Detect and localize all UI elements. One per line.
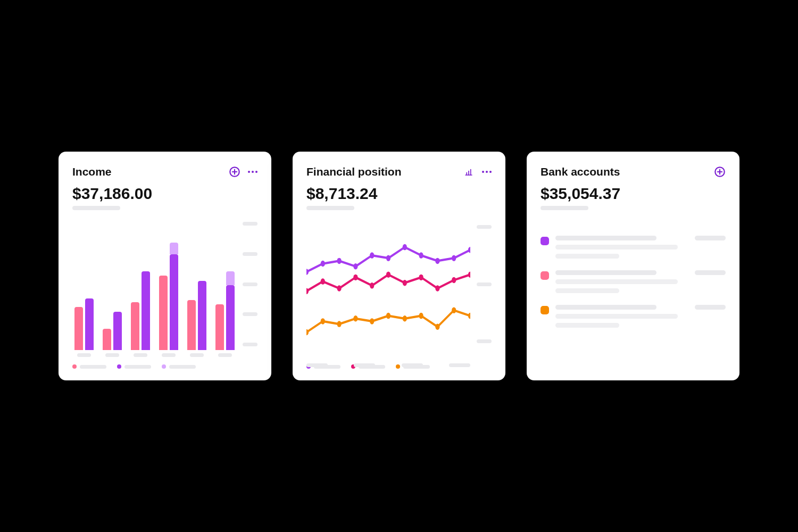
income-amount: $37,186.00 [72, 185, 257, 203]
line-point [321, 318, 325, 324]
bar-chart-icon[interactable] [463, 166, 475, 178]
position-actions [463, 166, 492, 178]
line-point [337, 285, 341, 291]
position-title: Financial position [306, 165, 402, 178]
bar-purple [170, 254, 178, 350]
position-subtitle-placeholder [306, 206, 354, 210]
line-point [370, 318, 374, 324]
account-color-icon [541, 271, 549, 280]
bar-purple [142, 271, 150, 350]
legend-item [117, 364, 151, 369]
bar-group [101, 254, 123, 357]
bar-purple [85, 298, 94, 350]
account-name-placeholder [555, 270, 656, 275]
account-line-placeholder [555, 323, 619, 328]
bank-actions [714, 166, 726, 178]
more-icon[interactable] [482, 171, 492, 173]
bar-purple [198, 281, 206, 350]
legend-dot-icon [117, 364, 121, 369]
bar-purple-light [226, 271, 235, 285]
cards-row: Income $37,186.00 Financial position [27, 152, 771, 380]
income-y-ticks [243, 220, 257, 357]
line-point [468, 313, 470, 319]
line-point [468, 271, 470, 277]
bank-subtitle-placeholder [541, 206, 588, 210]
x-tick-placeholder [162, 353, 176, 357]
more-icon[interactable] [248, 171, 257, 173]
bar-group [129, 254, 152, 357]
account-item[interactable] [541, 270, 726, 293]
line-point [419, 313, 423, 319]
line-point [452, 277, 456, 283]
line-point [337, 321, 341, 327]
account-color-icon [541, 237, 549, 245]
income-card-header: Income [72, 165, 257, 178]
line-point [403, 315, 407, 321]
account-line-placeholder [555, 314, 678, 319]
bank-title: Bank accounts [541, 165, 620, 178]
account-value-placeholder [695, 236, 726, 240]
account-line-placeholder [555, 254, 619, 259]
account-value-placeholder [695, 305, 726, 310]
position-card: Financial position $8,713.24 [293, 152, 505, 380]
account-line-placeholder [555, 279, 678, 284]
income-legend [72, 364, 257, 369]
bar-group [157, 254, 180, 357]
legend-label-placeholder [80, 365, 106, 369]
line-point [403, 280, 407, 286]
income-actions [229, 166, 257, 178]
bar-group [72, 254, 95, 357]
legend-dot-icon [162, 364, 166, 369]
add-icon[interactable] [229, 166, 240, 178]
account-line-placeholder [555, 288, 619, 293]
bar-pink [215, 304, 224, 350]
x-tick-placeholder [77, 353, 91, 357]
bar-pink [159, 276, 168, 350]
bar-pink [74, 307, 83, 350]
bank-card-header: Bank accounts [541, 165, 726, 178]
income-chart [72, 220, 257, 357]
line-point [403, 244, 407, 250]
account-item[interactable] [541, 305, 726, 328]
account-item[interactable] [541, 236, 726, 259]
bank-accounts-list [541, 236, 726, 369]
bar-group [185, 254, 208, 357]
line-point [353, 275, 358, 280]
line-point [370, 282, 374, 288]
income-subtitle-placeholder [72, 206, 120, 210]
line-point [337, 258, 341, 264]
line-point [452, 255, 456, 261]
account-name-placeholder [555, 236, 656, 240]
position-x-ticks [306, 363, 470, 367]
bar-pink [131, 302, 139, 350]
line-point [321, 278, 325, 284]
line-point [435, 285, 439, 291]
x-tick-placeholder [134, 353, 147, 357]
line-point [419, 275, 423, 280]
bank-amount: $35,054.37 [541, 185, 726, 203]
account-color-icon [541, 306, 549, 314]
legend-item [72, 364, 106, 369]
bar-purple-light [170, 243, 178, 254]
line-point [435, 258, 439, 264]
x-tick-placeholder [105, 353, 119, 357]
bar-pink [103, 329, 111, 350]
line-point [435, 324, 439, 330]
account-body [555, 305, 726, 328]
bar-pink [187, 300, 196, 350]
legend-label-placeholder [124, 365, 151, 369]
legend-dot-icon [72, 364, 77, 369]
x-tick-placeholder [190, 353, 204, 357]
position-y-ticks [477, 220, 492, 357]
income-card: Income $37,186.00 [59, 152, 271, 380]
bar-group [213, 254, 236, 357]
line-point [353, 315, 358, 321]
position-amount: $8,713.24 [306, 185, 492, 203]
legend-label-placeholder [169, 365, 196, 369]
legend-item [162, 364, 196, 369]
bar-purple [226, 285, 235, 350]
add-icon[interactable] [714, 166, 726, 178]
bar-purple [113, 312, 122, 350]
line-point [419, 252, 423, 258]
position-chart [306, 220, 492, 357]
